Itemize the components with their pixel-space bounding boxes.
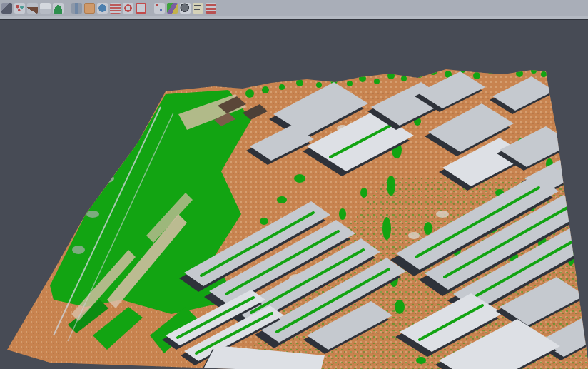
plane-surface-icon[interactable]: [40, 3, 51, 14]
image-frame-icon[interactable]: [154, 3, 165, 14]
profile-icon[interactable]: [71, 3, 82, 14]
window-icon[interactable]: [1, 3, 12, 14]
selection-box-icon[interactable]: [136, 3, 146, 14]
orthoimage-icon[interactable]: [84, 3, 95, 14]
terrain: [0, 20, 588, 369]
measure-icon[interactable]: [206, 3, 216, 14]
sphere-icon[interactable]: [180, 3, 191, 14]
3d-viewport[interactable]: [0, 20, 588, 369]
mountain-icon[interactable]: [27, 3, 38, 14]
target-icon[interactable]: [123, 3, 133, 14]
point-cloud-scene: [0, 20, 588, 369]
globe-icon[interactable]: [97, 3, 108, 14]
report-icon[interactable]: [193, 3, 203, 14]
classification-map-icon[interactable]: [167, 3, 178, 14]
red-layers-icon[interactable]: [110, 3, 121, 14]
point-select-icon[interactable]: [14, 3, 25, 14]
main-toolbar: [0, 0, 588, 16]
tin-surface-icon[interactable]: [53, 3, 64, 14]
